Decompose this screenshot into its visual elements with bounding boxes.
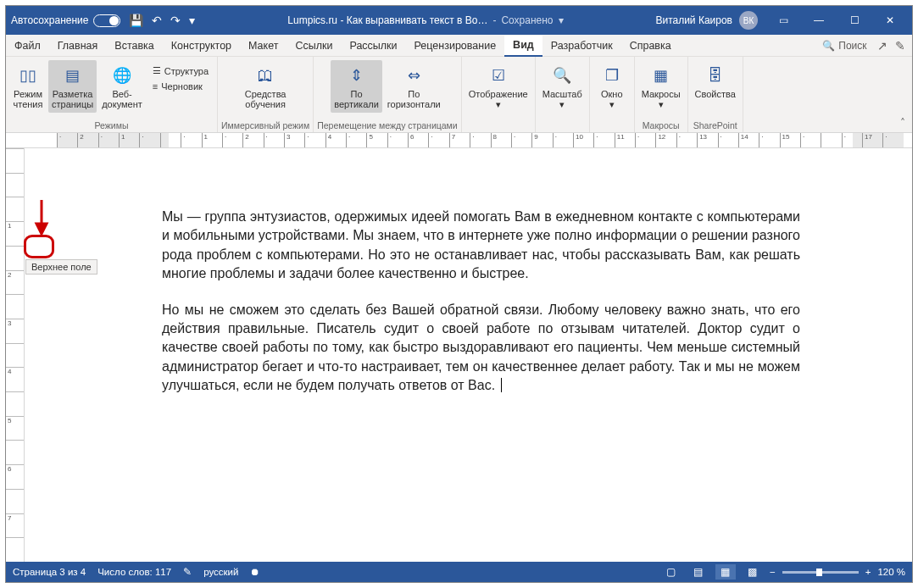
page: Мы — группа энтузиастов, одержимых идеей… — [35, 157, 902, 463]
qatdrop-icon[interactable]: ▾ — [189, 14, 195, 27]
save-icon[interactable]: 💾 — [129, 14, 143, 27]
avatar[interactable]: ВК — [739, 11, 758, 30]
tab-design[interactable]: Конструктор — [163, 35, 240, 56]
web-view-icon[interactable]: ▩ — [743, 564, 763, 580]
language-status[interactable]: русский — [203, 567, 238, 577]
zoom-button[interactable]: 🔍Масштаб▾ — [539, 60, 586, 113]
search-box[interactable]: 🔍 Поиск — [822, 40, 866, 52]
magnify-icon: 🔍 — [550, 64, 574, 87]
immersive-group-label: Иммерсивный режим — [221, 119, 309, 130]
autosave-toggle[interactable] — [93, 14, 120, 27]
macros-group-label: Макросы — [643, 119, 680, 130]
zoom-slider[interactable] — [782, 571, 859, 574]
maximize-icon[interactable]: ☐ — [837, 8, 871, 32]
display-button[interactable]: ☑Отображение▾ — [465, 60, 531, 113]
tab-help[interactable]: Справка — [621, 35, 680, 56]
outline-icon: ☰ — [153, 65, 161, 76]
page-status[interactable]: Страница 3 из 4 — [13, 567, 86, 577]
globe-icon: 🌐 — [110, 64, 134, 87]
record-macro-icon[interactable]: ⏺ — [250, 567, 260, 577]
window-button[interactable]: ❐Окно▾ — [593, 60, 631, 113]
tab-developer[interactable]: Разработчик — [542, 35, 621, 56]
search-label: Поиск — [838, 40, 866, 52]
modes-group-label: Режимы — [95, 119, 129, 130]
zoom-in-icon[interactable]: + — [865, 567, 871, 577]
draft-button[interactable]: ≡Черновик — [147, 80, 214, 93]
zoom-out-icon[interactable]: − — [770, 567, 776, 577]
tab-insert[interactable]: Вставка — [106, 35, 162, 56]
close-icon[interactable]: ✕ — [873, 8, 907, 32]
document-area[interactable]: Мы — группа энтузиастов, одержимых идеей… — [25, 148, 912, 562]
macros-button[interactable]: ▦Макросы▾ — [638, 60, 684, 113]
tab-home[interactable]: Главная — [49, 35, 107, 56]
macros-icon: ▦ — [649, 64, 673, 87]
title-dropdown-icon[interactable]: ▾ — [559, 14, 564, 26]
learning-tools-button[interactable]: 🕮Средства обучения — [242, 60, 290, 113]
redo-icon[interactable]: ↷ — [170, 14, 181, 27]
user-name[interactable]: Виталий Каиров — [655, 14, 732, 26]
ribbon-options-icon[interactable]: ▭ — [766, 8, 800, 32]
draft-icon: ≡ — [153, 81, 158, 92]
tab-view[interactable]: Вид — [504, 36, 542, 57]
paragraph-1: Мы — группа энтузиастов, одержимых идеей… — [162, 208, 800, 284]
read-view-icon[interactable]: ▤ — [688, 564, 709, 580]
spellcheck-icon[interactable]: ✎ — [183, 566, 192, 578]
sharepoint-icon: 🗄 — [704, 64, 727, 87]
window-icon: ❐ — [600, 64, 624, 87]
zoom-value[interactable]: 120 % — [877, 567, 905, 577]
statusbar: Страница 3 из 4 Число слов: 117 ✎ русски… — [6, 562, 912, 582]
undo-icon[interactable]: ↶ — [152, 14, 162, 27]
sharepoint-group-label: SharePoint — [693, 119, 737, 130]
focus-view-icon[interactable]: ▢ — [661, 564, 682, 580]
display-icon: ☑ — [487, 64, 510, 87]
horizontal-scroll-button[interactable]: ⇔По горизонтали — [384, 60, 444, 113]
search-icon: 🔍 — [822, 40, 835, 52]
outline-button[interactable]: ☰Структура — [147, 64, 214, 78]
document-title: Lumpics.ru - Как выравнивать текст в Во… — [287, 14, 487, 26]
pagemove-group-label: Перемещение между страницами — [317, 119, 458, 130]
word-count[interactable]: Число слов: 117 — [97, 567, 171, 577]
collapse-ribbon-icon[interactable]: ˄ — [893, 114, 912, 132]
comments-icon[interactable]: ✎ — [895, 39, 905, 53]
properties-button[interactable]: 🗄Свойства — [692, 60, 739, 103]
vertical-scroll-button[interactable]: ⇕По вертикали — [331, 60, 382, 113]
tab-review[interactable]: Рецензирование — [406, 35, 505, 56]
paragraph-2: Но мы не сможем это сделать без Вашей об… — [162, 301, 800, 396]
print-layout-button[interactable]: ▤Разметка страницы — [48, 60, 97, 113]
tab-layout[interactable]: Макет — [240, 35, 287, 56]
ribbon: ▯▯Режим чтения ▤Разметка страницы 🌐Веб- … — [6, 57, 912, 133]
print-view-icon[interactable]: ▦ — [715, 564, 736, 580]
tooltip-top-margin: Верхнее поле — [25, 259, 97, 275]
horizontal-ruler[interactable]: ·2·1··1·2·3·4·5·6·7·8·9·10·11·12·13·14·1… — [6, 133, 912, 148]
speaker-icon: 🕮 — [253, 64, 277, 87]
tab-mailings[interactable]: Рассылки — [341, 35, 405, 56]
tab-references[interactable]: Ссылки — [287, 35, 341, 56]
menubar: Файл Главная Вставка Конструктор Макет С… — [6, 35, 912, 57]
book-icon: ▯▯ — [16, 64, 40, 87]
tab-file[interactable]: Файл — [6, 35, 49, 56]
text-cursor — [501, 378, 505, 392]
share-icon[interactable]: ↗ — [877, 39, 887, 53]
titlebar: Автосохранение 💾 ↶ ↷ ▾ Lumpics.ru - Как … — [6, 6, 912, 35]
minimize-icon[interactable]: — — [802, 8, 836, 32]
horizontal-icon: ⇔ — [402, 64, 426, 87]
read-mode-button[interactable]: ▯▯Режим чтения — [9, 60, 47, 113]
page-icon: ▤ — [61, 64, 85, 87]
saved-status: Сохранено — [501, 14, 553, 26]
web-layout-button[interactable]: 🌐Веб- документ — [98, 60, 146, 113]
autosave-label: Автосохранение — [11, 14, 88, 26]
vertical-icon: ⇕ — [345, 64, 369, 87]
vertical-ruler[interactable]: 1234567 — [6, 148, 25, 562]
